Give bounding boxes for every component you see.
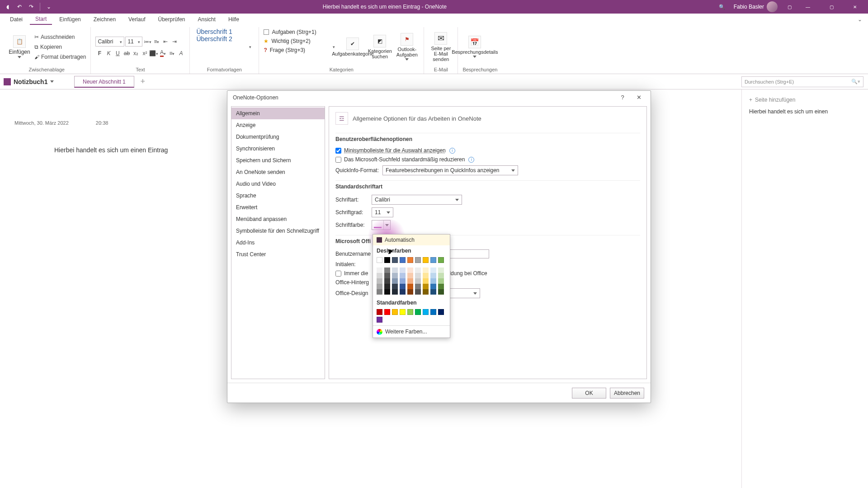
color-swatch[interactable]: [407, 257, 413, 263]
checkbox-search[interactable]: [335, 157, 341, 163]
quickinfo-select[interactable]: Featurebeschreibungen in QuickInfos anze…: [382, 165, 518, 175]
color-swatch[interactable]: [377, 284, 382, 289]
font-label: Schriftart:: [335, 197, 368, 203]
color-swatch[interactable]: [392, 257, 398, 263]
color-swatch[interactable]: [400, 273, 406, 278]
nav-senden[interactable]: An OneNote senden: [231, 166, 325, 178]
color-swatch[interactable]: [392, 273, 398, 278]
color-swatch[interactable]: [430, 278, 436, 284]
nav-schnellzugriff[interactable]: Symbolleiste für den Schnellzugriff: [231, 225, 325, 237]
color-swatch[interactable]: [384, 309, 390, 315]
color-swatch[interactable]: [407, 267, 413, 273]
dialog-help-button[interactable]: ?: [614, 91, 631, 104]
color-swatch[interactable]: [415, 309, 421, 315]
dropdown-arrow-icon: [385, 224, 389, 226]
color-swatch[interactable]: [415, 284, 421, 289]
nav-dokumentpruefung[interactable]: Dokumentprüfung: [231, 131, 325, 143]
font-color-dropdown[interactable]: [372, 220, 391, 230]
color-swatch[interactable]: [430, 309, 436, 315]
color-swatch[interactable]: [430, 257, 436, 263]
font-select[interactable]: Calibri: [372, 195, 462, 205]
color-swatch[interactable]: [400, 267, 406, 273]
checkbox-mini[interactable]: [335, 148, 341, 154]
color-swatch[interactable]: [377, 257, 382, 263]
nav-addins[interactable]: Add-Ins: [231, 237, 325, 249]
color-swatch[interactable]: [384, 289, 390, 295]
color-swatch[interactable]: [438, 273, 444, 278]
color-swatch[interactable]: [400, 284, 406, 289]
color-swatch[interactable]: [423, 309, 429, 315]
nav-trustcenter[interactable]: Trust Center: [231, 249, 325, 260]
more-colors-button[interactable]: Weitere Farben...: [373, 325, 450, 338]
color-swatch[interactable]: [438, 289, 444, 295]
color-swatch[interactable]: [392, 309, 398, 315]
info-icon[interactable]: i: [449, 148, 455, 154]
color-label: Schriftfarbe:: [335, 222, 368, 228]
opt-mini-toolbar[interactable]: Minisymbolleiste für die Auswahl anzeige…: [335, 147, 446, 154]
color-swatch[interactable]: [415, 278, 421, 284]
color-swatch[interactable]: [430, 284, 436, 289]
color-swatch[interactable]: [423, 284, 429, 289]
checkbox-always[interactable]: [335, 271, 341, 277]
color-swatch[interactable]: [384, 284, 390, 289]
color-automatic[interactable]: Automatisch: [373, 235, 450, 245]
nav-speichern[interactable]: Speichern und Sichern: [231, 155, 325, 166]
color-swatch[interactable]: [423, 273, 429, 278]
nav-allgemein[interactable]: Allgemein: [231, 108, 325, 119]
info-icon[interactable]: i: [468, 157, 474, 163]
nav-erweitert[interactable]: Erweitert: [231, 202, 325, 213]
nav-audio[interactable]: Audio und Video: [231, 178, 325, 190]
color-swatch[interactable]: [415, 257, 421, 263]
nav-anzeige[interactable]: Anzeige: [231, 119, 325, 131]
initials-label: Initialen:: [335, 261, 377, 267]
color-swatch[interactable]: [423, 267, 429, 273]
size-select[interactable]: 11: [372, 207, 393, 217]
color-swatch[interactable]: [438, 257, 444, 263]
nav-sync[interactable]: Synchronisieren: [231, 143, 325, 155]
color-swatch[interactable]: [392, 284, 398, 289]
color-swatch[interactable]: [377, 267, 382, 273]
always-checkbox[interactable]: Immer die: [335, 270, 368, 277]
color-swatch[interactable]: [400, 289, 406, 295]
color-swatch[interactable]: [407, 309, 413, 315]
color-swatch[interactable]: [384, 257, 390, 263]
color-swatch[interactable]: [438, 309, 444, 315]
color-swatch[interactable]: [392, 278, 398, 284]
color-swatch[interactable]: [392, 289, 398, 295]
color-swatch[interactable]: [377, 317, 382, 323]
cancel-button[interactable]: Abbrechen: [610, 388, 644, 399]
color-swatch[interactable]: [407, 284, 413, 289]
color-swatch[interactable]: [430, 273, 436, 278]
color-swatch[interactable]: [423, 257, 429, 263]
color-swatch[interactable]: [384, 278, 390, 284]
color-swatch[interactable]: [377, 273, 382, 278]
color-swatch[interactable]: [438, 267, 444, 273]
color-swatch[interactable]: [377, 309, 382, 315]
color-swatch[interactable]: [384, 267, 390, 273]
nav-sprache[interactable]: Sprache: [231, 190, 325, 202]
office-design-label: Office-Design: [335, 290, 377, 296]
ok-button[interactable]: OK: [572, 388, 606, 399]
color-swatch[interactable]: [400, 257, 406, 263]
color-swatch[interactable]: [438, 278, 444, 284]
color-swatch[interactable]: [407, 289, 413, 295]
color-swatch[interactable]: [415, 273, 421, 278]
color-swatch[interactable]: [400, 278, 406, 284]
color-swatch[interactable]: [430, 267, 436, 273]
color-swatch[interactable]: [377, 289, 382, 295]
color-swatch[interactable]: [430, 289, 436, 295]
color-swatch[interactable]: [438, 284, 444, 289]
color-swatch[interactable]: [423, 289, 429, 295]
color-swatch[interactable]: [392, 267, 398, 273]
color-swatch[interactable]: [415, 289, 421, 295]
color-swatch[interactable]: [415, 267, 421, 273]
color-swatch[interactable]: [384, 273, 390, 278]
opt-search-collapse[interactable]: Das Microsoft-Suchfeld standardmäßig red…: [335, 156, 465, 163]
color-swatch[interactable]: [407, 273, 413, 278]
color-swatch[interactable]: [377, 278, 382, 284]
nav-menueband[interactable]: Menüband anpassen: [231, 213, 325, 225]
color-swatch[interactable]: [423, 278, 429, 284]
color-swatch[interactable]: [400, 309, 406, 315]
color-swatch[interactable]: [407, 278, 413, 284]
dialog-close-button[interactable]: ✕: [631, 91, 647, 104]
